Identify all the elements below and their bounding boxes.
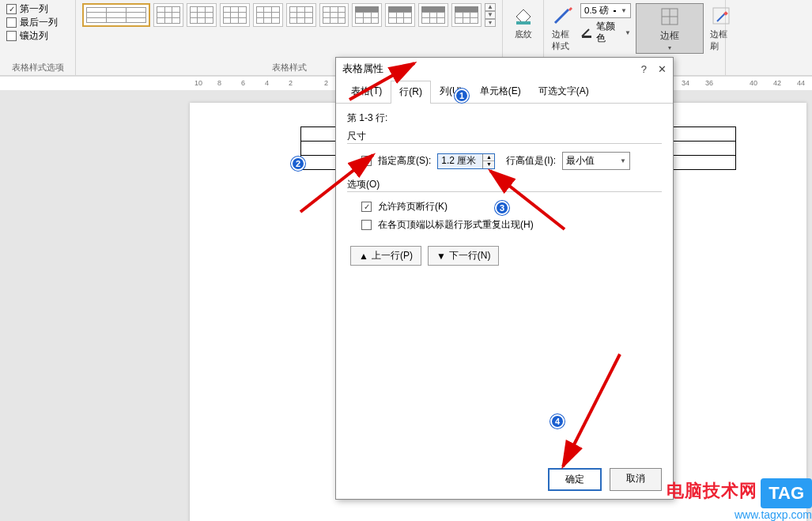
height-spinner[interactable]: ▲▼ — [437, 153, 495, 169]
table-style-thumb[interactable] — [352, 3, 382, 27]
gallery-more-icon[interactable]: ▾ — [485, 19, 496, 27]
watermark-tag: TAG — [761, 478, 812, 508]
ruler-tick: 6 — [241, 79, 245, 87]
tab-alt-text[interactable]: 可选文字(A) — [530, 80, 598, 103]
height-input[interactable] — [438, 154, 482, 168]
table-style-thumb[interactable] — [385, 3, 415, 27]
ok-button[interactable]: 确定 — [548, 468, 602, 491]
table-style-thumb[interactable] — [153, 3, 183, 27]
borders-label: 边框 — [660, 29, 679, 43]
ruler-tick: 10 — [195, 79, 202, 87]
style-options-label: 表格样式选项 — [6, 60, 69, 74]
annotation-badge-1: 1 — [455, 89, 469, 103]
dialog-tabs: 表格(T) 行(R) 列(U) 单元格(E) 可选文字(A) — [336, 80, 673, 104]
chk-banded-cols[interactable]: 镶边列 — [6, 30, 69, 42]
dialog-footer: 确定 取消 — [336, 460, 673, 499]
shading-icon — [512, 5, 534, 27]
svg-rect-5 — [713, 8, 729, 24]
ruler-tick: 42 — [773, 79, 781, 87]
chevron-down-icon: ▾ — [668, 44, 671, 51]
row-height-mode-value: 最小值 — [566, 154, 595, 168]
ruler-tick: 2 — [289, 79, 293, 87]
ruler-tick: 34 — [682, 79, 689, 87]
table-style-thumb[interactable] — [286, 3, 316, 27]
chevron-down-icon[interactable]: ▼ — [625, 29, 631, 36]
style-options-group: ✓第一列 最后一列 镶边列 表格样式选项 — [0, 0, 76, 75]
size-legend: 尺寸 — [347, 130, 662, 143]
cancel-button[interactable]: 取消 — [610, 468, 662, 491]
spin-up-icon[interactable]: ▲ — [483, 154, 494, 161]
ruler-tick: 36 — [705, 79, 713, 87]
pen-color-label[interactable]: 笔颜色 — [596, 21, 621, 44]
close-button[interactable]: ✕ — [658, 63, 667, 75]
dialog-body: 第 1-3 行: 尺寸 ✓ 指定高度(S): ▲▼ 行高值是(I): 最小值 ▼… — [336, 104, 673, 460]
ruler-tick: 4 — [265, 79, 269, 87]
ruler-tick: 8 — [217, 79, 221, 87]
border-painter-icon — [710, 5, 732, 27]
triangle-down-icon: ▼ — [436, 251, 446, 262]
chk-first-col[interactable]: ✓第一列 — [6, 3, 69, 15]
table-style-thumb[interactable] — [418, 3, 448, 27]
triangle-up-icon: ▲ — [359, 251, 368, 262]
watermark-text: 电脑技术网 — [667, 481, 757, 500]
ruler-tick: 2 — [324, 79, 328, 87]
gallery-down-icon[interactable]: ▼ — [485, 11, 496, 19]
watermark: 电脑技术网TAG www.tagxp.com — [667, 478, 812, 521]
chk-last-col[interactable]: 最后一列 — [6, 17, 69, 28]
table-style-thumb[interactable] — [82, 3, 150, 27]
annotation-badge-2: 2 — [291, 157, 305, 171]
chk-first-col-label: 第一列 — [20, 3, 48, 15]
border-styles-label: 边框样式 — [552, 28, 574, 52]
svg-rect-0 — [516, 21, 531, 25]
repeat-header-checkbox[interactable] — [361, 220, 372, 230]
ruler-tick: 40 — [750, 79, 757, 87]
dialog-title: 表格属性 — [342, 62, 383, 76]
svg-rect-1 — [582, 36, 591, 38]
specify-height-label: 指定高度(S): — [378, 154, 431, 168]
border-painter-label: 边框刷 — [710, 28, 732, 52]
table-style-thumb[interactable] — [187, 3, 217, 27]
chk-banded-cols-label: 镶边列 — [20, 30, 48, 42]
chk-last-col-label: 最后一列 — [20, 17, 58, 28]
row-height-is-label: 行高值是(I): — [506, 154, 556, 168]
table-style-thumb[interactable] — [451, 3, 482, 27]
border-weight-value: 0.5 磅 — [584, 5, 609, 17]
repeat-header-label: 在各页顶端以标题行形式重复出现(H) — [378, 218, 534, 232]
allow-break-checkbox[interactable]: ✓ — [361, 202, 372, 212]
row-height-mode-select[interactable]: 最小值 ▼ — [562, 152, 630, 170]
table-style-thumb[interactable] — [220, 3, 250, 27]
pen-color-icon — [580, 26, 593, 39]
tab-row[interactable]: 行(R) — [391, 81, 431, 104]
annotation-badge-3: 3 — [495, 201, 509, 215]
shading-button[interactable]: 底纹 — [509, 3, 537, 42]
dialog-titlebar: 表格属性 ? ✕ — [336, 58, 673, 80]
borders-icon — [659, 6, 681, 28]
spin-down-icon[interactable]: ▼ — [483, 161, 494, 168]
chevron-down-icon: ▼ — [620, 157, 626, 164]
specify-height-checkbox[interactable]: ✓ — [361, 156, 372, 166]
border-painter-button[interactable]: 边框刷 — [708, 3, 734, 54]
border-styles-button[interactable]: 边框样式 — [550, 3, 576, 54]
options-legend: 选项(O) — [347, 178, 662, 191]
chevron-down-icon: ▼ — [621, 7, 627, 14]
tab-cell[interactable]: 单元格(E) — [471, 80, 530, 103]
watermark-url: www.tagxp.com — [667, 508, 812, 521]
border-weight-dropdown[interactable]: 0.5 磅 ▼ — [580, 3, 631, 18]
gallery-up-icon[interactable]: ▲ — [485, 3, 496, 11]
borders-button[interactable]: 边框 ▾ — [636, 3, 704, 54]
rows-heading: 第 1-3 行: — [347, 111, 662, 125]
annotation-badge-4: 4 — [550, 414, 565, 429]
table-properties-dialog: 表格属性 ? ✕ 表格(T) 行(R) 列(U) 单元格(E) 可选文字(A) … — [335, 57, 674, 500]
table-style-thumb[interactable] — [253, 3, 283, 27]
tab-table[interactable]: 表格(T) — [342, 80, 391, 103]
prev-row-label: 上一行(P) — [372, 249, 413, 262]
allow-break-label: 允许跨页断行(K) — [378, 200, 448, 213]
next-row-label: 下一行(N) — [449, 249, 491, 262]
help-button[interactable]: ? — [641, 63, 647, 75]
shading-label: 底纹 — [515, 28, 532, 40]
prev-row-button[interactable]: ▲上一行(P) — [350, 246, 421, 266]
ruler-tick: 44 — [797, 79, 805, 87]
border-styles-icon — [552, 5, 574, 27]
next-row-button[interactable]: ▼下一行(N) — [428, 246, 500, 266]
table-style-thumb[interactable] — [319, 3, 349, 27]
